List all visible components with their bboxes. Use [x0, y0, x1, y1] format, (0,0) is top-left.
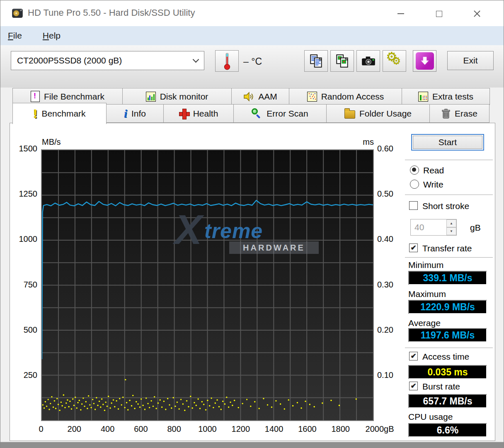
access-time-dot [84, 406, 85, 407]
access-time-dot [254, 401, 255, 402]
separator [405, 195, 493, 195]
transfer-rate-label: Transfer rate [422, 243, 472, 253]
access-time-dot [155, 408, 157, 409]
tab-health[interactable]: Health [163, 104, 234, 123]
tab-aam[interactable]: AAM [231, 88, 289, 105]
folder-icon [344, 110, 355, 119]
access-time-dot [102, 404, 104, 405]
access-time-dot [131, 405, 132, 407]
maximize-button[interactable] [420, 6, 458, 21]
access-time-dot [119, 398, 120, 399]
tab-extra-tests[interactable]: Extra tests [402, 88, 490, 105]
separator [405, 257, 493, 258]
access-time-dot [105, 402, 107, 403]
access-time-dot [258, 408, 259, 409]
access-time-dot [322, 402, 323, 404]
copy-image-button[interactable] [330, 50, 354, 72]
access-time-dot [180, 399, 182, 400]
benchmark-icon: ! [33, 107, 37, 120]
access-time-dot [222, 401, 223, 402]
tab-benchmark[interactable]: ! Benchmark [12, 103, 107, 124]
screenshot-button[interactable] [356, 50, 380, 72]
tab-error-scan[interactable]: Error Scan [233, 104, 327, 123]
axis-tick-label: 250 [12, 370, 37, 380]
menu-bar: File Help [0, 26, 504, 45]
write-radio[interactable] [410, 180, 419, 189]
access-time-dot [47, 399, 48, 400]
access-time-dot [118, 408, 119, 409]
tab-info[interactable]: i Info [106, 104, 164, 123]
spinner-up-button[interactable]: ▲ [446, 219, 456, 227]
tab-erase[interactable]: Erase [429, 104, 489, 123]
access-time-dot [64, 407, 65, 408]
burst-rate-checkbox[interactable]: ✔ [409, 382, 418, 390]
access-time-dot [300, 407, 302, 409]
access-time-dot [153, 406, 154, 407]
access-time-dot [73, 405, 75, 406]
access-time-dot [263, 398, 264, 399]
axis-tick-label: 1000 [12, 234, 37, 244]
access-time-dot [280, 403, 281, 404]
access-time-dot [163, 401, 165, 402]
access-time-dot [111, 402, 112, 404]
maximum-value: 1220.9 MB/s [408, 300, 487, 314]
spinner-down-button[interactable]: ▼ [446, 227, 456, 235]
short-stroke-label: Short stroke [422, 201, 469, 211]
access-time-dot [46, 406, 47, 407]
title-bar: HD Tune Pro 5.50 - Hard Disk/SSD Utility [0, 0, 504, 26]
tab-file-benchmark[interactable]: ! File Benchmark [12, 88, 123, 105]
benchmark-panel: MB/s ms X treme HARDWARE 150012501000750… [10, 123, 495, 441]
access-time-dot [339, 405, 340, 406]
separator [405, 348, 493, 348]
transfer-rate-checkbox[interactable]: ✔ [409, 243, 418, 252]
access-time-dot [136, 401, 137, 402]
cpu-usage-value: 6.6% [408, 423, 487, 437]
tab-folder-usage[interactable]: Folder Usage [326, 104, 430, 123]
health-cross-icon [179, 109, 189, 119]
access-time-dot [99, 401, 100, 402]
axis-tick-label: 750 [12, 280, 37, 290]
copy-text-button[interactable] [304, 50, 328, 72]
read-label: Read [423, 166, 444, 175]
drive-select-dropdown[interactable]: CT2000P5SSD8 (2000 gB) [11, 51, 204, 70]
access-time-dot [80, 409, 81, 410]
save-download-button[interactable] [413, 50, 436, 72]
settings-button[interactable]: ⚙⚙ [383, 50, 406, 72]
temperature-button[interactable] [215, 50, 239, 72]
close-button[interactable] [458, 6, 496, 21]
access-time-dot [50, 403, 51, 404]
access-time-dot [292, 405, 293, 407]
access-time-dot [232, 405, 233, 406]
access-time-checkbox[interactable]: ✔ [409, 352, 418, 360]
read-radio[interactable] [410, 166, 419, 175]
random-access-icon [307, 92, 317, 102]
access-time-dot [122, 397, 124, 398]
access-time-dot [54, 400, 55, 402]
access-time-dot [220, 409, 222, 410]
tab-disk-monitor[interactable]: Disk monitor [122, 88, 232, 105]
thermometer-icon [223, 52, 232, 70]
access-time-dot [209, 405, 210, 407]
copy-text-icon [309, 54, 324, 68]
trash-icon [441, 108, 451, 119]
tab-random-access[interactable]: Random Access [289, 88, 402, 105]
access-time-dot [56, 398, 58, 399]
access-time-dot [88, 395, 89, 397]
exit-button[interactable]: Exit [447, 51, 494, 70]
access-time-dot [196, 405, 197, 406]
access-time-dot [186, 400, 187, 402]
menu-file[interactable]: File [4, 31, 26, 41]
short-stroke-checkbox[interactable] [409, 201, 418, 210]
access-time-dot [132, 395, 133, 396]
axis-tick-label: 0.30 [377, 280, 404, 290]
access-time-dot [89, 404, 90, 405]
short-stroke-size-input[interactable]: 40 ▲ ▼ [410, 219, 457, 236]
access-time-dot [191, 407, 193, 409]
start-button[interactable]: Start [411, 134, 484, 151]
access-time-dot [116, 400, 117, 402]
minimize-button[interactable] [382, 6, 420, 21]
access-time-dot [190, 396, 191, 397]
access-time-dot [77, 402, 78, 403]
access-time-dot [158, 402, 159, 404]
menu-help[interactable]: Help [39, 31, 65, 41]
